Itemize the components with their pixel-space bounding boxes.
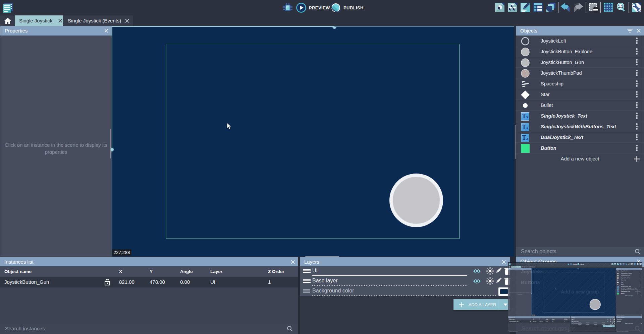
svg-text:1:1: 1:1 — [618, 4, 623, 8]
svg-text:1:1: 1:1 — [637, 264, 639, 264]
